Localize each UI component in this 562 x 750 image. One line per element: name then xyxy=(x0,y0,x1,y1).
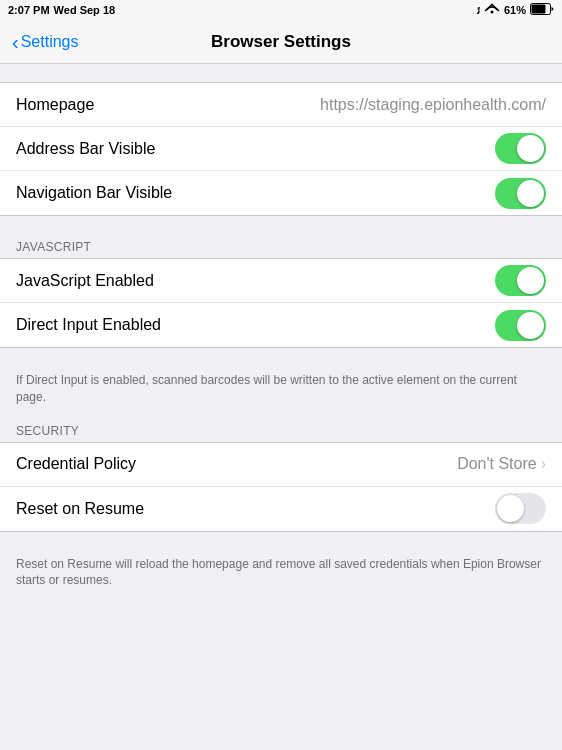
address-bar-label: Address Bar Visible xyxy=(16,140,155,158)
back-chevron-icon: ‹ xyxy=(12,32,19,52)
direct-input-row[interactable]: Direct Input Enabled xyxy=(0,303,562,347)
address-bar-toggle-thumb xyxy=(517,135,544,162)
status-left: 2:07 PM Wed Sep 18 xyxy=(8,4,115,16)
back-button[interactable]: ‹ Settings xyxy=(12,32,78,52)
security-section-header: SECURITY xyxy=(0,418,562,442)
security-section-footer: Reset on Resume will reload the homepage… xyxy=(0,550,562,602)
homepage-row[interactable]: Homepage https://staging.epionhealth.com… xyxy=(0,83,562,127)
direct-input-toggle[interactable] xyxy=(495,310,546,341)
reset-on-resume-row[interactable]: Reset on Resume xyxy=(0,487,562,531)
navigation-bar-toggle-thumb xyxy=(517,180,544,207)
javascript-section-footer: If Direct Input is enabled, scanned barc… xyxy=(0,366,562,418)
navigation-bar-row[interactable]: Navigation Bar Visible xyxy=(0,171,562,215)
reset-on-resume-toggle[interactable] xyxy=(495,493,546,524)
status-time: 2:07 PM xyxy=(8,4,50,16)
status-date: Wed Sep 18 xyxy=(54,4,116,16)
credential-policy-value: Don't Store › xyxy=(457,455,546,473)
wifi-icon: ﺋ xyxy=(477,4,480,17)
reset-on-resume-label: Reset on Resume xyxy=(16,500,144,518)
javascript-enabled-row[interactable]: JavaScript Enabled xyxy=(0,259,562,303)
reset-on-resume-toggle-thumb xyxy=(497,495,524,522)
back-label: Settings xyxy=(21,33,79,51)
address-bar-row[interactable]: Address Bar Visible xyxy=(0,127,562,171)
direct-input-toggle-thumb xyxy=(517,312,544,339)
credential-policy-row[interactable]: Credential Policy Don't Store › xyxy=(0,443,562,487)
javascript-section: JavaScript Enabled Direct Input Enabled xyxy=(0,258,562,348)
javascript-enabled-toggle[interactable] xyxy=(495,265,546,296)
status-right: ﺋ 61% xyxy=(477,3,554,17)
credential-policy-label: Credential Policy xyxy=(16,455,136,473)
navigation-bar-label: Navigation Bar Visible xyxy=(16,184,172,202)
svg-rect-2 xyxy=(532,5,546,14)
battery-icon xyxy=(530,3,554,17)
javascript-section-header: JAVASCRIPT xyxy=(0,234,562,258)
direct-input-label: Direct Input Enabled xyxy=(16,316,161,334)
homepage-value: https://staging.epionhealth.com/ xyxy=(320,96,546,114)
security-section: Credential Policy Don't Store › Reset on… xyxy=(0,442,562,532)
javascript-enabled-label: JavaScript Enabled xyxy=(16,272,154,290)
homepage-label: Homepage xyxy=(16,96,94,114)
credential-policy-chevron-icon: › xyxy=(541,455,546,473)
javascript-enabled-toggle-thumb xyxy=(517,267,544,294)
address-bar-toggle[interactable] xyxy=(495,133,546,164)
battery-percent: 61% xyxy=(504,4,526,16)
page-title: Browser Settings xyxy=(211,32,351,52)
svg-point-0 xyxy=(490,11,493,14)
general-section: Homepage https://staging.epionhealth.com… xyxy=(0,82,562,216)
settings-content: Homepage https://staging.epionhealth.com… xyxy=(0,64,562,601)
nav-bar: ‹ Settings Browser Settings xyxy=(0,20,562,64)
navigation-bar-toggle[interactable] xyxy=(495,178,546,209)
signal-strength xyxy=(484,3,500,17)
status-bar: 2:07 PM Wed Sep 18 ﺋ 61% xyxy=(0,0,562,20)
